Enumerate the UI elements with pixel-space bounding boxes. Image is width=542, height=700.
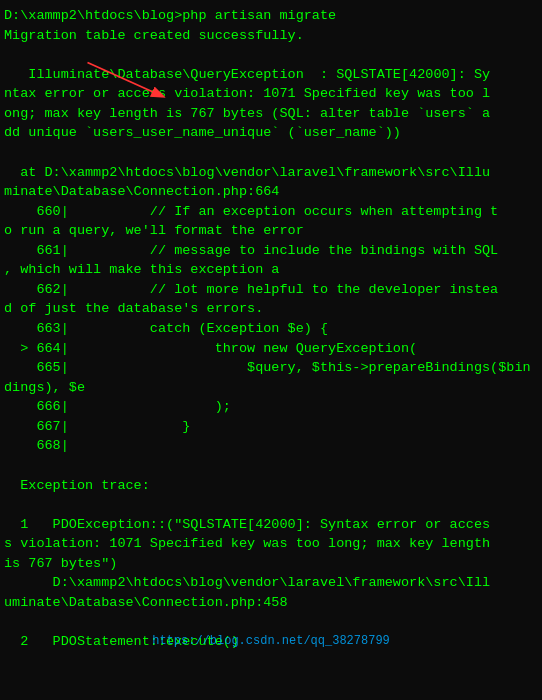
- line-1: D:\xammp2\htdocs\blog>php artisan migrat…: [4, 6, 538, 26]
- terminal-content: D:\xammp2\htdocs\blog>php artisan migrat…: [4, 6, 538, 652]
- line-28: s violation: 1071 Specified key was too …: [4, 534, 538, 554]
- line-5: ntax error or access violation: 1071 Spe…: [4, 84, 538, 104]
- terminal-window: D:\xammp2\htdocs\blog>php artisan migrat…: [0, 0, 542, 700]
- line-31: uminate\Database\Connection.php:458: [4, 593, 538, 613]
- line-25: Exception trace:: [4, 476, 538, 496]
- line-10: minate\Database\Connection.php:664: [4, 182, 538, 202]
- line-24: [4, 456, 538, 476]
- line-15: 662| // lot more helpful to the develope…: [4, 280, 538, 300]
- line-30: D:\xammp2\htdocs\blog\vendor\laravel\fra…: [4, 573, 538, 593]
- line-13: 661| // message to include the bindings …: [4, 241, 538, 261]
- line-18: > 664| throw new QueryException(: [4, 339, 538, 359]
- line-29: is 767 bytes"): [4, 554, 538, 574]
- line-3: [4, 45, 538, 65]
- line-8: [4, 143, 538, 163]
- line-23: 668|: [4, 436, 538, 456]
- line-4: Illuminate\Database\QueryException : SQL…: [4, 65, 538, 85]
- line-20: dings), $e: [4, 378, 538, 398]
- line-6: ong; max key length is 767 bytes (SQL: a…: [4, 104, 538, 124]
- line-19: 665| $query, $this->prepareBindings($bin: [4, 358, 538, 378]
- line-17: 663| catch (Exception $e) {: [4, 319, 538, 339]
- line-22: 667| }: [4, 417, 538, 437]
- watermark: https://blog.csdn.net/qq_38278799: [152, 634, 390, 648]
- line-9: at D:\xammp2\htdocs\blog\vendor\laravel\…: [4, 163, 538, 183]
- line-11: 660| // If an exception occurs when atte…: [4, 202, 538, 222]
- line-7: dd unique `users_user_name_unique` (`use…: [4, 123, 538, 143]
- line-12: o run a query, we'll format the error: [4, 221, 538, 241]
- line-14: , which will make this exception a: [4, 260, 538, 280]
- line-16: d of just the database's errors.: [4, 299, 538, 319]
- line-32: [4, 612, 538, 632]
- line-21: 666| );: [4, 397, 538, 417]
- line-26: [4, 495, 538, 515]
- line-27: 1 PDOException::("SQLSTATE[42000]: Synta…: [4, 515, 538, 535]
- line-2: Migration table created successfully.: [4, 26, 538, 46]
